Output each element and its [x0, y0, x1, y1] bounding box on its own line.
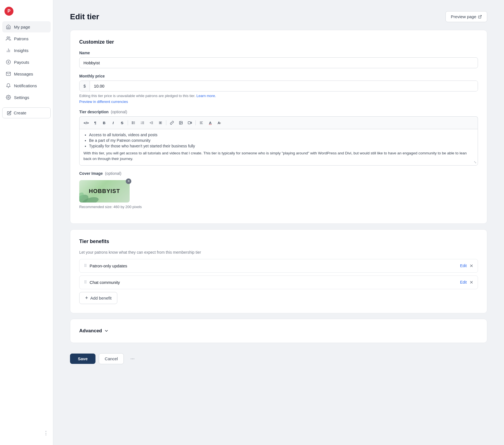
advanced-card: Advanced — [70, 319, 487, 343]
benefit-edit-button[interactable]: Edit — [460, 263, 467, 268]
preview-currencies-link[interactable]: Preview in different currencies — [79, 100, 128, 104]
more-options-button[interactable]: ··· — [127, 353, 138, 364]
add-benefit-label: Add benefit — [90, 296, 112, 300]
svg-line-8 — [480, 15, 481, 17]
rte-italic-button[interactable]: I — [109, 119, 117, 127]
create-button[interactable]: Create — [2, 107, 51, 118]
rte-divider — [128, 120, 128, 125]
add-icon: + — [85, 295, 88, 301]
benefit-drag-handle[interactable]: ⠿ — [84, 263, 87, 268]
sidebar-more-button[interactable]: ⋮ — [43, 430, 48, 436]
users-icon — [6, 36, 11, 41]
sidebar-item-my-page[interactable]: My page — [2, 21, 51, 32]
sidebar-item-label: Payouts — [14, 60, 29, 65]
rte-content-area[interactable]: Access to all tutorials, videos and post… — [79, 129, 478, 166]
name-label: Name — [79, 51, 478, 55]
sidebar-item-label: Insights — [14, 48, 29, 53]
svg-point-13 — [132, 123, 132, 123]
rte-text-color-button[interactable]: A — [206, 119, 214, 127]
create-label: Create — [14, 110, 26, 115]
rte-bullet-2: Be a part of my Patreon community — [89, 138, 474, 143]
name-field-group: Name — [79, 51, 478, 68]
rte-divider-2 — [166, 120, 166, 125]
page-header: Edit tier Preview page — [70, 11, 487, 22]
add-benefit-button[interactable]: + Add benefit — [79, 292, 117, 304]
sidebar-item-label: Patrons — [14, 36, 29, 41]
rte-align-button[interactable] — [197, 119, 205, 127]
cover-image-optional: (optional) — [105, 171, 121, 176]
description-optional: (optional) — [111, 110, 127, 114]
sidebar-dots: ⋮ — [0, 425, 53, 441]
cover-image-text: HOBBYIST — [89, 188, 120, 194]
bell-icon — [6, 83, 11, 88]
rte-link-button[interactable] — [168, 119, 176, 127]
external-link-icon — [478, 15, 482, 19]
svg-point-7 — [8, 97, 9, 98]
svg-rect-30 — [188, 122, 191, 124]
price-notice: Editing this tier price is unavailable w… — [79, 94, 478, 98]
sidebar-item-label: Notifications — [14, 83, 37, 88]
tier-benefits-title: Tier benefits — [79, 239, 478, 244]
benefit-remove-button[interactable]: ✕ — [470, 280, 473, 285]
tier-benefits-subtitle: Let your patrons know what they can expe… — [79, 250, 478, 255]
rte-indent-button[interactable] — [157, 119, 164, 127]
rte-ordered-list-button[interactable]: 123 — [139, 119, 146, 127]
learn-more-link[interactable]: Learn more. — [196, 94, 216, 98]
rte-bullet-3: Typically for those who haven't yet star… — [89, 144, 474, 148]
rte-resize-handle[interactable]: ⤡ — [474, 160, 477, 164]
sidebar-item-notifications[interactable]: Notifications — [2, 80, 51, 91]
advanced-toggle-button[interactable]: Advanced — [79, 328, 109, 334]
name-input[interactable] — [79, 57, 478, 68]
chevron-down-icon — [104, 329, 109, 333]
sidebar-item-settings[interactable]: Settings — [2, 92, 51, 103]
benefit-name: Patron-only updates — [90, 263, 460, 268]
preview-page-button[interactable]: Preview page — [445, 11, 487, 22]
rte-paragraph-button[interactable]: ¶ — [91, 119, 99, 127]
save-button[interactable]: Save — [70, 354, 95, 364]
cover-image-remove-button[interactable]: ✕ — [126, 178, 131, 184]
sidebar-nav: My page Patrons Insights Payouts Message — [0, 21, 53, 103]
rte-bullet-1: Access to all tutorials, videos and post… — [89, 133, 474, 137]
rte-strikethrough-button[interactable]: S — [118, 119, 126, 127]
more-icon: ··· — [130, 356, 135, 361]
rte-code-button[interactable]: </> — [82, 119, 90, 127]
rte-bg-color-button[interactable]: A▪ — [215, 119, 223, 127]
svg-point-0 — [7, 37, 9, 38]
price-currency-symbol: $ — [80, 81, 90, 91]
price-label: Monthly price — [79, 74, 478, 78]
benefit-remove-button[interactable]: ✕ — [470, 263, 473, 269]
sidebar-item-label: Settings — [14, 95, 29, 100]
cancel-button[interactable]: Cancel — [99, 353, 124, 364]
benefit-item-chat-community: ⠿ Chat community Edit ✕ — [79, 276, 478, 289]
svg-point-14 — [132, 124, 132, 124]
benefit-drag-handle[interactable]: ⠿ — [84, 280, 87, 284]
price-input-wrapper: $ — [79, 81, 478, 91]
preview-page-label: Preview page — [451, 14, 476, 19]
rte-toolbar: </> ¶ B I S 123 — [79, 116, 478, 129]
price-input[interactable] — [90, 81, 478, 91]
cover-image-label: Cover Image (optional) — [79, 171, 478, 176]
rte-paragraph: With this tier, you will get access to a… — [83, 150, 474, 162]
cover-image-group: Cover Image (optional) HOBBYIST ✕ Recomm… — [79, 171, 478, 209]
sidebar-item-payouts[interactable]: Payouts — [2, 56, 51, 68]
rte-image-button[interactable] — [177, 119, 185, 127]
benefit-name: Chat community — [90, 280, 460, 285]
rte-outdent-button[interactable] — [148, 119, 155, 127]
customize-tier-title: Customize tier — [79, 39, 478, 45]
sidebar-item-insights[interactable]: Insights — [2, 45, 51, 56]
benefit-item-patron-only-updates: ⠿ Patron-only updates Edit ✕ — [79, 259, 478, 273]
sidebar-item-label: My page — [14, 25, 30, 29]
sidebar-item-patrons[interactable]: Patrons — [2, 33, 51, 44]
bottom-bar: Save Cancel ··· — [70, 349, 487, 364]
benefit-edit-button[interactable]: Edit — [460, 280, 467, 284]
rte-unordered-list-button[interactable] — [130, 119, 137, 127]
rte-bold-button[interactable]: B — [100, 119, 108, 127]
tier-benefits-card: Tier benefits Let your patrons know what… — [70, 229, 487, 313]
description-field-group: Tier description (optional) </> ¶ B I S … — [79, 110, 478, 166]
cover-image-hint: Recommended size: 460 by 200 pixels — [79, 205, 478, 209]
home-icon — [6, 24, 11, 30]
sidebar: P My page Patrons Insights Payout — [0, 0, 53, 445]
sidebar-item-messages[interactable]: Messages — [2, 68, 51, 79]
rte-video-button[interactable] — [186, 119, 194, 127]
mail-icon — [6, 71, 11, 77]
